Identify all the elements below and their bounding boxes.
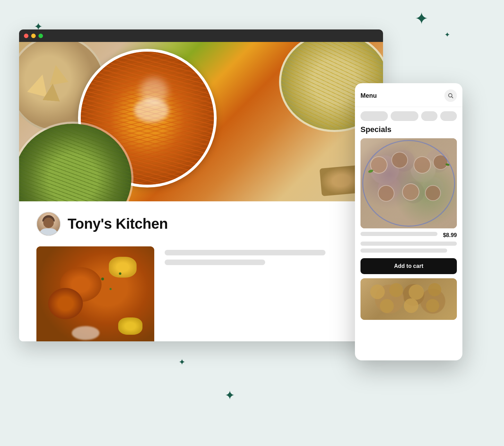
chef-avatar — [36, 212, 61, 236]
category-tabs — [355, 107, 462, 125]
browser-window: Tony's Kitchen — [19, 29, 383, 341]
category-tab-2[interactable] — [391, 111, 418, 121]
search-icon — [448, 93, 453, 98]
traffic-light-minimize[interactable] — [31, 34, 36, 38]
skeleton-line-1 — [165, 250, 325, 255]
menu-item-image — [36, 246, 154, 341]
restaurant-name: Tony's Kitchen — [68, 216, 168, 232]
info-skeleton-desc-2 — [360, 248, 447, 253]
browser-titlebar — [19, 29, 383, 42]
mobile-menu-label: Menu — [360, 92, 377, 99]
star-decoration-tr-large: ✦ — [415, 10, 428, 27]
star-decoration-tr-small: ✦ — [444, 31, 450, 38]
specials-title: Specials — [360, 125, 457, 134]
info-skeleton-name — [360, 232, 437, 236]
restaurant-header: Tony's Kitchen — [36, 212, 366, 236]
info-skeleton-desc-1 — [360, 242, 457, 246]
traffic-light-maximize[interactable] — [38, 34, 43, 38]
star-decoration-bl: ✦ — [179, 358, 185, 366]
search-button[interactable] — [444, 89, 457, 102]
category-tab-4[interactable] — [440, 111, 457, 121]
special-item-1-meta: $8.99 — [360, 232, 457, 239]
star-decoration-bm: ✦ — [225, 389, 235, 402]
menu-item-info — [165, 246, 366, 269]
category-tab-3[interactable] — [421, 111, 438, 121]
content-area: Tony's Kitchen — [19, 201, 383, 341]
special-item-2-image — [360, 278, 457, 320]
hero-image — [19, 42, 383, 201]
category-tab-1[interactable] — [360, 111, 388, 121]
specials-section: Specials $8.99 Ad — [355, 125, 462, 320]
mobile-header: Menu — [355, 83, 462, 107]
add-to-cart-button[interactable]: Add to cart — [360, 258, 457, 274]
skeleton-line-2 — [165, 260, 265, 265]
traffic-light-close[interactable] — [24, 34, 28, 38]
mobile-panel: Menu Specials — [355, 83, 462, 360]
dish-green-pasta — [19, 122, 133, 201]
special-item-1-price: $8.99 — [443, 232, 457, 238]
svg-line-1 — [452, 97, 453, 98]
menu-item-card — [36, 246, 366, 341]
special-item-1-image — [360, 138, 457, 228]
